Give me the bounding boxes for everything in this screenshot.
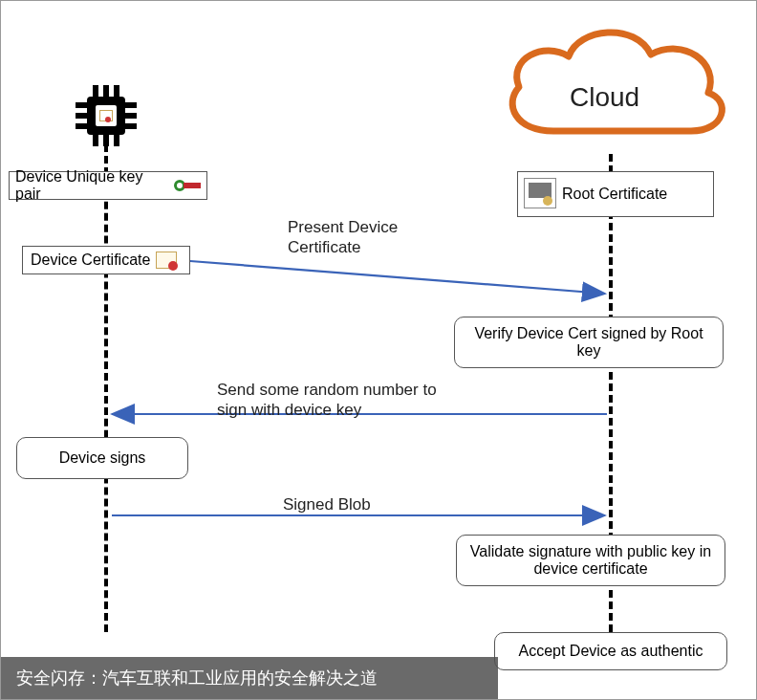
msg-present-label: Present Device Certificate	[288, 217, 441, 258]
cloud-label: Cloud	[570, 82, 639, 113]
msg-random-label: Send some random number to sign with dev…	[217, 380, 465, 421]
accept-label: Accept Device as authentic	[519, 643, 703, 660]
verify-box: Verify Device Cert signed by Root key	[454, 317, 724, 368]
device-lifeline	[104, 144, 108, 632]
chip-icon	[76, 85, 137, 146]
accept-box: Accept Device as authentic	[494, 632, 727, 670]
device-signs-box: Device signs	[16, 437, 188, 479]
footer-label: 安全闪存：汽车互联和工业应用的安全解决之道	[16, 667, 378, 689]
key-icon	[174, 179, 201, 192]
device-signs-label: Device signs	[59, 449, 146, 467]
validate-box: Validate signature with public key in de…	[456, 535, 725, 586]
device-keypair-box: Device Unique key pair	[9, 171, 207, 200]
verify-label: Verify Device Cert signed by Root key	[465, 325, 713, 360]
msg-signed-label: Signed Blob	[283, 494, 398, 514]
root-cert-box: Root Certificate	[517, 171, 714, 217]
device-cert-box: Device Certificate	[22, 246, 190, 274]
validate-label: Validate signature with public key in de…	[466, 543, 715, 578]
svg-line-0	[190, 261, 605, 294]
certificate-icon	[156, 252, 177, 269]
certificate-icon	[524, 178, 556, 208]
root-cert-label: Root Certificate	[562, 186, 667, 203]
footer-caption: 安全闪存：汽车互联和工业应用的安全解决之道	[1, 657, 498, 699]
device-keypair-label: Device Unique key pair	[15, 168, 170, 203]
device-cert-label: Device Certificate	[31, 252, 150, 269]
